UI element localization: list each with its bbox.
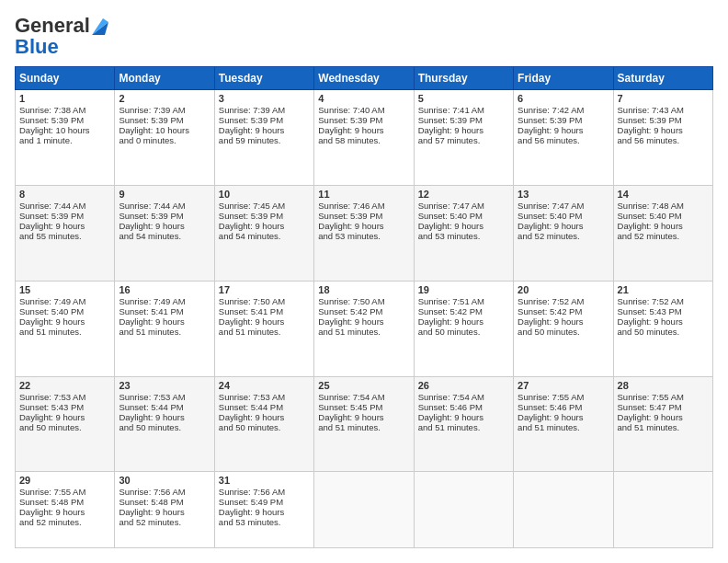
day-number: 1: [19, 93, 110, 104]
day-number: 12: [418, 189, 509, 200]
day-info: Sunset: 5:44 PM: [219, 402, 310, 412]
day-number: 24: [219, 380, 310, 391]
day-number: 21: [618, 284, 709, 295]
day-info: Sunset: 5:39 PM: [219, 115, 310, 125]
day-info: and 54 minutes.: [119, 231, 210, 241]
weekday-header-monday: Monday: [115, 67, 214, 90]
calendar-cell: 15Sunrise: 7:49 AMSunset: 5:40 PMDayligh…: [16, 281, 115, 376]
day-info: Daylight: 10 hours: [119, 125, 210, 135]
day-info: Sunrise: 7:56 AM: [219, 487, 310, 497]
day-info: Sunset: 5:39 PM: [618, 115, 709, 125]
day-info: Sunrise: 7:51 AM: [418, 296, 509, 306]
logo-text: General: [15, 15, 90, 37]
calendar-cell: 27Sunrise: 7:55 AMSunset: 5:46 PMDayligh…: [514, 376, 613, 472]
day-info: Daylight: 9 hours: [418, 316, 509, 327]
day-info: Sunrise: 7:52 AM: [518, 296, 609, 306]
calendar-cell: 14Sunrise: 7:48 AMSunset: 5:40 PMDayligh…: [613, 185, 712, 281]
day-info: Daylight: 9 hours: [318, 316, 409, 327]
day-number: 28: [618, 380, 709, 391]
day-info: Daylight: 9 hours: [119, 412, 210, 422]
day-info: and 55 minutes.: [19, 231, 110, 241]
day-number: 29: [19, 475, 110, 486]
day-info: and 51 minutes.: [618, 422, 709, 432]
day-info: and 51 minutes.: [518, 422, 609, 432]
day-info: Sunset: 5:48 PM: [119, 497, 210, 507]
day-number: 11: [318, 189, 409, 200]
day-info: Daylight: 9 hours: [518, 316, 609, 327]
weekday-header-thursday: Thursday: [414, 67, 513, 90]
day-info: and 52 minutes.: [19, 517, 110, 527]
day-info: Daylight: 9 hours: [318, 412, 409, 422]
day-info: Sunrise: 7:56 AM: [119, 487, 210, 497]
day-info: and 51 minutes.: [19, 327, 110, 337]
day-info: Sunset: 5:49 PM: [219, 497, 310, 507]
day-info: and 50 minutes.: [19, 422, 110, 432]
day-info: Sunset: 5:39 PM: [119, 211, 210, 221]
day-info: and 57 minutes.: [418, 135, 509, 145]
day-info: Daylight: 9 hours: [219, 412, 310, 422]
day-number: 22: [19, 380, 110, 391]
page: General Blue SundayMondayTuesdayWednesda…: [0, 0, 728, 563]
day-info: and 51 minutes.: [119, 327, 210, 337]
calendar-cell: 30Sunrise: 7:56 AMSunset: 5:48 PMDayligh…: [115, 472, 214, 548]
day-number: 23: [119, 380, 210, 391]
day-info: Sunset: 5:40 PM: [618, 211, 709, 221]
day-info: and 52 minutes.: [618, 231, 709, 241]
weekday-header-wednesday: Wednesday: [314, 67, 414, 90]
day-info: Daylight: 9 hours: [418, 221, 509, 231]
day-info: and 58 minutes.: [318, 135, 409, 145]
day-info: Daylight: 10 hours: [19, 125, 110, 135]
day-info: Sunrise: 7:53 AM: [19, 392, 110, 402]
day-info: Sunset: 5:43 PM: [19, 402, 110, 412]
day-info: Sunrise: 7:39 AM: [219, 105, 310, 115]
day-number: 19: [418, 284, 509, 295]
day-info: Sunset: 5:48 PM: [19, 497, 110, 507]
logo-general: General: [15, 14, 90, 37]
day-number: 4: [318, 93, 409, 104]
day-info: Sunrise: 7:50 AM: [219, 296, 310, 306]
day-info: and 0 minutes.: [119, 135, 210, 145]
calendar-cell: 18Sunrise: 7:50 AMSunset: 5:42 PMDayligh…: [314, 281, 414, 376]
calendar-cell: 31Sunrise: 7:56 AMSunset: 5:49 PMDayligh…: [214, 472, 313, 548]
day-info: and 54 minutes.: [219, 231, 310, 241]
calendar-cell: 11Sunrise: 7:46 AMSunset: 5:39 PMDayligh…: [314, 185, 414, 281]
calendar-cell: 19Sunrise: 7:51 AMSunset: 5:42 PMDayligh…: [414, 281, 513, 376]
calendar-cell: 23Sunrise: 7:53 AMSunset: 5:44 PMDayligh…: [115, 376, 214, 472]
day-info: Sunrise: 7:43 AM: [618, 105, 709, 115]
day-info: Sunrise: 7:47 AM: [418, 201, 509, 211]
day-info: Daylight: 9 hours: [219, 316, 310, 327]
calendar-cell: 24Sunrise: 7:53 AMSunset: 5:44 PMDayligh…: [214, 376, 313, 472]
calendar-cell: 10Sunrise: 7:45 AMSunset: 5:39 PMDayligh…: [214, 185, 313, 281]
day-number: 2: [119, 93, 210, 104]
day-info: and 51 minutes.: [219, 327, 310, 337]
day-info: Daylight: 9 hours: [418, 412, 509, 422]
day-info: Sunrise: 7:40 AM: [318, 105, 409, 115]
day-info: Daylight: 9 hours: [19, 412, 110, 422]
day-info: Daylight: 9 hours: [618, 125, 709, 135]
day-info: and 52 minutes.: [119, 517, 210, 527]
day-info: Daylight: 9 hours: [518, 125, 609, 135]
day-number: 6: [518, 93, 609, 104]
day-number: 30: [119, 475, 210, 486]
day-info: and 53 minutes.: [219, 517, 310, 527]
day-info: Sunrise: 7:48 AM: [618, 201, 709, 211]
day-info: Sunrise: 7:44 AM: [119, 201, 210, 211]
day-info: Sunrise: 7:39 AM: [119, 105, 210, 115]
day-number: 16: [119, 284, 210, 295]
day-info: Sunset: 5:44 PM: [119, 402, 210, 412]
day-info: and 59 minutes.: [219, 135, 310, 145]
calendar-cell: 2Sunrise: 7:39 AMSunset: 5:39 PMDaylight…: [115, 90, 214, 186]
day-info: Daylight: 9 hours: [618, 412, 709, 422]
calendar-cell: 22Sunrise: 7:53 AMSunset: 5:43 PMDayligh…: [16, 376, 115, 472]
header: General Blue: [15, 15, 713, 57]
day-info: Sunrise: 7:54 AM: [418, 392, 509, 402]
calendar-cell: 21Sunrise: 7:52 AMSunset: 5:43 PMDayligh…: [613, 281, 712, 376]
day-info: and 51 minutes.: [418, 422, 509, 432]
day-number: 8: [19, 189, 110, 200]
day-info: Sunset: 5:39 PM: [119, 115, 210, 125]
day-info: and 50 minutes.: [119, 422, 210, 432]
day-info: Daylight: 9 hours: [19, 221, 110, 231]
day-number: 15: [19, 284, 110, 295]
day-info: Daylight: 9 hours: [618, 316, 709, 327]
day-number: 25: [318, 380, 409, 391]
